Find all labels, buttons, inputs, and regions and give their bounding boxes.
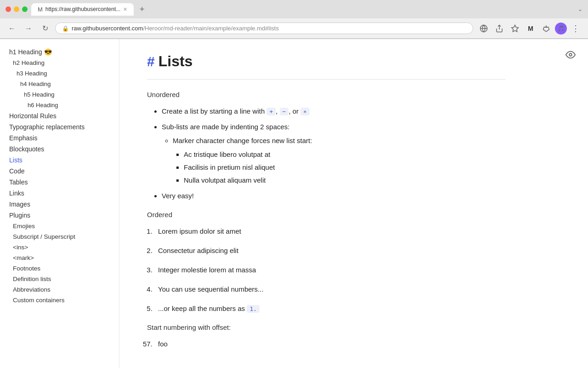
maximize-traffic-light[interactable] bbox=[22, 6, 28, 12]
address-bar: ← → ↻ 🔒 raw.githubusercontent.com/Heroor… bbox=[0, 18, 588, 39]
start-numbering-label: Start numbering with offset: bbox=[147, 323, 505, 331]
svg-point-4 bbox=[569, 53, 572, 56]
sidebar-item-ins[interactable]: <ins> bbox=[0, 242, 119, 253]
sidebar-item-footnotes[interactable]: Footnotes bbox=[0, 263, 119, 274]
list-item: foo bbox=[154, 339, 505, 350]
forward-button[interactable]: → bbox=[22, 22, 35, 35]
code-1-dot: 1. bbox=[247, 305, 260, 313]
address-base: raw.githubusercontent.com bbox=[72, 25, 143, 32]
sidebar-item-plugins[interactable]: Plugins bbox=[0, 210, 119, 221]
sidebar-item-blockquotes[interactable]: Blockquotes bbox=[0, 144, 119, 155]
list-item: Ac tristique libero volutpat at bbox=[184, 149, 505, 160]
sidebar-item-images[interactable]: Images bbox=[0, 199, 119, 210]
toolbar-icons: M 🎵 ⋮ bbox=[477, 22, 582, 35]
list-item: ...or keep all the numbers as 1. bbox=[154, 303, 505, 314]
sidebar-item-typographic[interactable]: Typographic replacements bbox=[0, 121, 119, 132]
sidebar-item-h2-heading[interactable]: h2 Heading bbox=[0, 58, 119, 68]
sidebar: h1 Heading 😎 h2 Heading h3 Heading h4 He… bbox=[0, 39, 119, 368]
title-divider bbox=[147, 79, 505, 80]
svg-marker-3 bbox=[512, 25, 519, 31]
sidebar-item-h5-heading[interactable]: h5 Heading bbox=[0, 89, 119, 100]
app-container: h1 Heading 😎 h2 Heading h3 Heading h4 He… bbox=[0, 39, 588, 368]
unordered-list: Create a list by starting a line with +,… bbox=[147, 106, 505, 201]
profile-letter: 🎵 bbox=[558, 25, 565, 32]
sidebar-item-horizontal-rules[interactable]: Horizontal Rules bbox=[0, 110, 119, 121]
extensions-button[interactable] bbox=[539, 22, 553, 35]
eye-toggle-button[interactable] bbox=[562, 46, 579, 63]
close-traffic-light[interactable] bbox=[6, 6, 11, 12]
list-item: You can use sequential numbers... bbox=[154, 284, 505, 295]
profile-m-button[interactable]: M bbox=[524, 22, 537, 35]
offset-ordered-list: foo bbox=[147, 339, 505, 350]
sidebar-item-h3-heading[interactable]: h3 Heading bbox=[0, 68, 119, 79]
square-item-2: Facilisis in pretium nisl aliquet bbox=[184, 163, 275, 171]
translate-button[interactable] bbox=[477, 22, 491, 35]
sidebar-item-subscript[interactable]: Subscript / Superscript bbox=[0, 231, 119, 242]
back-button[interactable]: ← bbox=[6, 22, 18, 35]
share-button[interactable] bbox=[492, 22, 506, 35]
sidebar-item-custom-containers[interactable]: Custom containers bbox=[0, 295, 119, 305]
sidebar-item-emphasis[interactable]: Emphasis bbox=[0, 132, 119, 144]
sidebar-item-lists[interactable]: Lists bbox=[0, 155, 119, 166]
sidebar-item-h6-heading[interactable]: h6 Heading bbox=[0, 100, 119, 110]
circle-sublist: Marker character change forces new list … bbox=[162, 135, 505, 186]
minimize-traffic-light[interactable] bbox=[14, 6, 19, 12]
square-item-1: Ac tristique libero volutpat at bbox=[184, 150, 270, 158]
address-path: /Heroor/md-reader/main/example/example.m… bbox=[143, 25, 279, 32]
ordered-item-4: You can use sequential numbers... bbox=[158, 285, 264, 293]
sidebar-item-mark[interactable]: <mark> bbox=[0, 253, 119, 263]
active-tab[interactable]: M https://raw.githubusercontent... ✕ bbox=[31, 3, 134, 16]
ordered-list: Lorem ipsum dolor sit amet Consectetur a… bbox=[147, 226, 505, 314]
ordered-item-1: Lorem ipsum dolor sit amet bbox=[158, 227, 241, 235]
ordered-item-2: Consectetur adipiscing elit bbox=[158, 247, 238, 254]
tab-title: https://raw.githubusercontent... bbox=[45, 6, 120, 12]
page-title-text: Lists bbox=[158, 53, 193, 70]
refresh-button[interactable]: ↻ bbox=[39, 22, 51, 35]
sidebar-item-code[interactable]: Code bbox=[0, 166, 119, 177]
ordered-item-3: Integer molestie lorem at massa bbox=[158, 266, 256, 274]
list-item: Consectetur adipiscing elit bbox=[154, 245, 505, 256]
list-item: Integer molestie lorem at massa bbox=[154, 264, 505, 276]
menu-button[interactable]: ⋮ bbox=[569, 22, 582, 35]
offset-item-foo: foo bbox=[158, 340, 168, 348]
title-bar: M https://raw.githubusercontent... ✕ + ⌄ bbox=[0, 0, 588, 18]
sidebar-item-abbreviations[interactable]: Abbreviations bbox=[0, 284, 119, 295]
list-item: Create a list by starting a line with +,… bbox=[162, 106, 505, 117]
sidebar-item-emojies[interactable]: Emojies bbox=[0, 221, 119, 231]
address-bar-input[interactable]: 🔒 raw.githubusercontent.com/Heroor/md-re… bbox=[55, 23, 473, 34]
tab-favicon: M bbox=[38, 6, 43, 13]
code-minus: − bbox=[280, 108, 289, 115]
unordered-label: Unordered bbox=[147, 91, 505, 98]
list-item-text: Sub-lists are made by indenting 2 spaces… bbox=[162, 123, 290, 131]
list-item: Nulla volutpat aliquam velit bbox=[184, 175, 505, 186]
content-area: # Lists Unordered Create a list by start… bbox=[119, 39, 533, 368]
browser-chrome: M https://raw.githubusercontent... ✕ + ⌄… bbox=[0, 0, 588, 39]
list-item: Lorem ipsum dolor sit amet bbox=[154, 226, 505, 237]
code-asterisk: ∗ bbox=[300, 108, 310, 115]
sidebar-item-tables[interactable]: Tables bbox=[0, 177, 119, 188]
square-item-3: Nulla volutpat aliquam velit bbox=[184, 176, 266, 184]
sidebar-item-h4-heading[interactable]: h4 Heading bbox=[0, 79, 119, 89]
lock-icon: 🔒 bbox=[62, 25, 69, 32]
sidebar-item-definition-lists[interactable]: Definition lists bbox=[0, 274, 119, 284]
circle-item-text: Marker character change forces new list … bbox=[173, 137, 312, 144]
new-tab-button[interactable]: + bbox=[136, 3, 148, 16]
list-item: Very easy! bbox=[162, 190, 505, 201]
sidebar-item-h1-heading[interactable]: h1 Heading 😎 bbox=[0, 46, 119, 58]
ordered-label: Ordered bbox=[147, 211, 505, 218]
code-plus: + bbox=[266, 108, 276, 115]
list-item: Facilisis in pretium nisl aliquet bbox=[184, 162, 505, 173]
list-item: Marker character change forces new list … bbox=[173, 135, 505, 186]
hash-icon: # bbox=[147, 54, 155, 69]
list-item: Sub-lists are made by indenting 2 spaces… bbox=[162, 121, 505, 186]
tab-bar: M https://raw.githubusercontent... ✕ + ⌄ bbox=[31, 3, 582, 16]
tab-close-btn[interactable]: ✕ bbox=[123, 6, 127, 12]
list-item-text: Create a list by starting a line with +,… bbox=[162, 107, 310, 115]
easy-item: Very easy! bbox=[162, 192, 194, 200]
page-title: # Lists bbox=[147, 53, 505, 70]
sidebar-item-links[interactable]: Links bbox=[0, 188, 119, 199]
star-button[interactable] bbox=[508, 22, 522, 35]
collapse-btn[interactable]: ⌄ bbox=[578, 6, 582, 12]
profile-avatar[interactable]: 🎵 bbox=[555, 23, 567, 34]
traffic-lights bbox=[6, 6, 28, 12]
